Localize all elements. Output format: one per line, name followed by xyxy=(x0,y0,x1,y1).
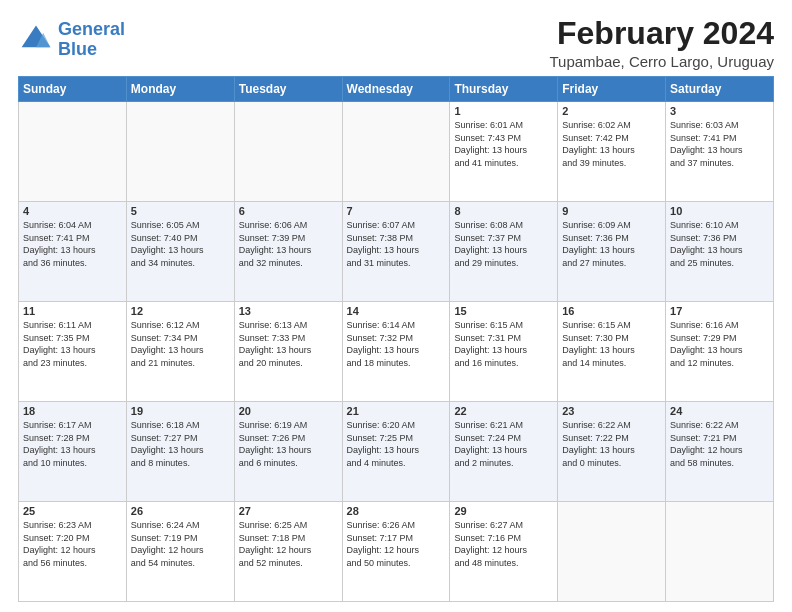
day-number: 17 xyxy=(670,305,769,317)
day-info: Sunrise: 6:27 AM Sunset: 7:16 PM Dayligh… xyxy=(454,519,553,569)
col-sunday: Sunday xyxy=(19,77,127,102)
day-number: 15 xyxy=(454,305,553,317)
day-number: 21 xyxy=(347,405,446,417)
day-info: Sunrise: 6:23 AM Sunset: 7:20 PM Dayligh… xyxy=(23,519,122,569)
day-number: 25 xyxy=(23,505,122,517)
calendar-cell: 18Sunrise: 6:17 AM Sunset: 7:28 PM Dayli… xyxy=(19,402,127,502)
day-info: Sunrise: 6:21 AM Sunset: 7:24 PM Dayligh… xyxy=(454,419,553,469)
title-block: February 2024 Tupambae, Cerro Largo, Uru… xyxy=(549,16,774,70)
day-number: 28 xyxy=(347,505,446,517)
col-wednesday: Wednesday xyxy=(342,77,450,102)
calendar-cell: 20Sunrise: 6:19 AM Sunset: 7:26 PM Dayli… xyxy=(234,402,342,502)
calendar-cell: 9Sunrise: 6:09 AM Sunset: 7:36 PM Daylig… xyxy=(558,202,666,302)
day-number: 20 xyxy=(239,405,338,417)
col-monday: Monday xyxy=(126,77,234,102)
day-number: 14 xyxy=(347,305,446,317)
calendar-cell: 13Sunrise: 6:13 AM Sunset: 7:33 PM Dayli… xyxy=(234,302,342,402)
day-number: 16 xyxy=(562,305,661,317)
calendar-cell: 26Sunrise: 6:24 AM Sunset: 7:19 PM Dayli… xyxy=(126,502,234,602)
logo: General Blue xyxy=(18,20,125,60)
col-friday: Friday xyxy=(558,77,666,102)
day-info: Sunrise: 6:26 AM Sunset: 7:17 PM Dayligh… xyxy=(347,519,446,569)
calendar-cell: 8Sunrise: 6:08 AM Sunset: 7:37 PM Daylig… xyxy=(450,202,558,302)
day-info: Sunrise: 6:02 AM Sunset: 7:42 PM Dayligh… xyxy=(562,119,661,169)
day-number: 6 xyxy=(239,205,338,217)
main-title: February 2024 xyxy=(549,16,774,51)
logo-text: General Blue xyxy=(58,20,125,60)
day-info: Sunrise: 6:15 AM Sunset: 7:30 PM Dayligh… xyxy=(562,319,661,369)
calendar-week-1: 1Sunrise: 6:01 AM Sunset: 7:43 PM Daylig… xyxy=(19,102,774,202)
day-number: 9 xyxy=(562,205,661,217)
day-info: Sunrise: 6:12 AM Sunset: 7:34 PM Dayligh… xyxy=(131,319,230,369)
calendar-week-4: 18Sunrise: 6:17 AM Sunset: 7:28 PM Dayli… xyxy=(19,402,774,502)
calendar-cell: 1Sunrise: 6:01 AM Sunset: 7:43 PM Daylig… xyxy=(450,102,558,202)
day-number: 26 xyxy=(131,505,230,517)
calendar-header-row: Sunday Monday Tuesday Wednesday Thursday… xyxy=(19,77,774,102)
day-info: Sunrise: 6:17 AM Sunset: 7:28 PM Dayligh… xyxy=(23,419,122,469)
day-number: 22 xyxy=(454,405,553,417)
calendar-cell xyxy=(126,102,234,202)
day-number: 24 xyxy=(670,405,769,417)
day-info: Sunrise: 6:19 AM Sunset: 7:26 PM Dayligh… xyxy=(239,419,338,469)
calendar-cell xyxy=(19,102,127,202)
calendar-table: Sunday Monday Tuesday Wednesday Thursday… xyxy=(18,76,774,602)
day-info: Sunrise: 6:13 AM Sunset: 7:33 PM Dayligh… xyxy=(239,319,338,369)
day-number: 8 xyxy=(454,205,553,217)
day-info: Sunrise: 6:07 AM Sunset: 7:38 PM Dayligh… xyxy=(347,219,446,269)
calendar-cell: 7Sunrise: 6:07 AM Sunset: 7:38 PM Daylig… xyxy=(342,202,450,302)
day-number: 23 xyxy=(562,405,661,417)
calendar-week-3: 11Sunrise: 6:11 AM Sunset: 7:35 PM Dayli… xyxy=(19,302,774,402)
day-info: Sunrise: 6:20 AM Sunset: 7:25 PM Dayligh… xyxy=(347,419,446,469)
day-info: Sunrise: 6:15 AM Sunset: 7:31 PM Dayligh… xyxy=(454,319,553,369)
day-info: Sunrise: 6:01 AM Sunset: 7:43 PM Dayligh… xyxy=(454,119,553,169)
day-info: Sunrise: 6:18 AM Sunset: 7:27 PM Dayligh… xyxy=(131,419,230,469)
day-info: Sunrise: 6:11 AM Sunset: 7:35 PM Dayligh… xyxy=(23,319,122,369)
day-number: 18 xyxy=(23,405,122,417)
calendar-cell: 5Sunrise: 6:05 AM Sunset: 7:40 PM Daylig… xyxy=(126,202,234,302)
day-number: 19 xyxy=(131,405,230,417)
calendar-cell: 11Sunrise: 6:11 AM Sunset: 7:35 PM Dayli… xyxy=(19,302,127,402)
day-number: 27 xyxy=(239,505,338,517)
day-number: 5 xyxy=(131,205,230,217)
day-info: Sunrise: 6:06 AM Sunset: 7:39 PM Dayligh… xyxy=(239,219,338,269)
calendar-cell: 17Sunrise: 6:16 AM Sunset: 7:29 PM Dayli… xyxy=(666,302,774,402)
day-info: Sunrise: 6:22 AM Sunset: 7:21 PM Dayligh… xyxy=(670,419,769,469)
calendar-cell: 4Sunrise: 6:04 AM Sunset: 7:41 PM Daylig… xyxy=(19,202,127,302)
day-info: Sunrise: 6:09 AM Sunset: 7:36 PM Dayligh… xyxy=(562,219,661,269)
day-info: Sunrise: 6:16 AM Sunset: 7:29 PM Dayligh… xyxy=(670,319,769,369)
day-number: 7 xyxy=(347,205,446,217)
calendar-cell xyxy=(558,502,666,602)
page: General Blue February 2024 Tupambae, Cer… xyxy=(0,0,792,612)
calendar-cell: 2Sunrise: 6:02 AM Sunset: 7:42 PM Daylig… xyxy=(558,102,666,202)
day-number: 3 xyxy=(670,105,769,117)
calendar-cell: 3Sunrise: 6:03 AM Sunset: 7:41 PM Daylig… xyxy=(666,102,774,202)
logo-line1: General xyxy=(58,19,125,39)
calendar-cell: 6Sunrise: 6:06 AM Sunset: 7:39 PM Daylig… xyxy=(234,202,342,302)
calendar-cell xyxy=(342,102,450,202)
header: General Blue February 2024 Tupambae, Cer… xyxy=(18,16,774,70)
day-number: 11 xyxy=(23,305,122,317)
col-thursday: Thursday xyxy=(450,77,558,102)
day-info: Sunrise: 6:24 AM Sunset: 7:19 PM Dayligh… xyxy=(131,519,230,569)
calendar-cell: 27Sunrise: 6:25 AM Sunset: 7:18 PM Dayli… xyxy=(234,502,342,602)
calendar-cell: 10Sunrise: 6:10 AM Sunset: 7:36 PM Dayli… xyxy=(666,202,774,302)
day-info: Sunrise: 6:25 AM Sunset: 7:18 PM Dayligh… xyxy=(239,519,338,569)
calendar-cell: 12Sunrise: 6:12 AM Sunset: 7:34 PM Dayli… xyxy=(126,302,234,402)
calendar-cell: 15Sunrise: 6:15 AM Sunset: 7:31 PM Dayli… xyxy=(450,302,558,402)
day-info: Sunrise: 6:05 AM Sunset: 7:40 PM Dayligh… xyxy=(131,219,230,269)
sub-title: Tupambae, Cerro Largo, Uruguay xyxy=(549,53,774,70)
calendar-cell: 22Sunrise: 6:21 AM Sunset: 7:24 PM Dayli… xyxy=(450,402,558,502)
day-info: Sunrise: 6:22 AM Sunset: 7:22 PM Dayligh… xyxy=(562,419,661,469)
calendar-cell: 25Sunrise: 6:23 AM Sunset: 7:20 PM Dayli… xyxy=(19,502,127,602)
day-info: Sunrise: 6:10 AM Sunset: 7:36 PM Dayligh… xyxy=(670,219,769,269)
calendar-cell: 28Sunrise: 6:26 AM Sunset: 7:17 PM Dayli… xyxy=(342,502,450,602)
calendar-cell xyxy=(234,102,342,202)
logo-icon xyxy=(18,22,54,58)
day-info: Sunrise: 6:14 AM Sunset: 7:32 PM Dayligh… xyxy=(347,319,446,369)
day-number: 29 xyxy=(454,505,553,517)
calendar-cell: 21Sunrise: 6:20 AM Sunset: 7:25 PM Dayli… xyxy=(342,402,450,502)
calendar-week-2: 4Sunrise: 6:04 AM Sunset: 7:41 PM Daylig… xyxy=(19,202,774,302)
col-saturday: Saturday xyxy=(666,77,774,102)
day-number: 12 xyxy=(131,305,230,317)
day-number: 13 xyxy=(239,305,338,317)
